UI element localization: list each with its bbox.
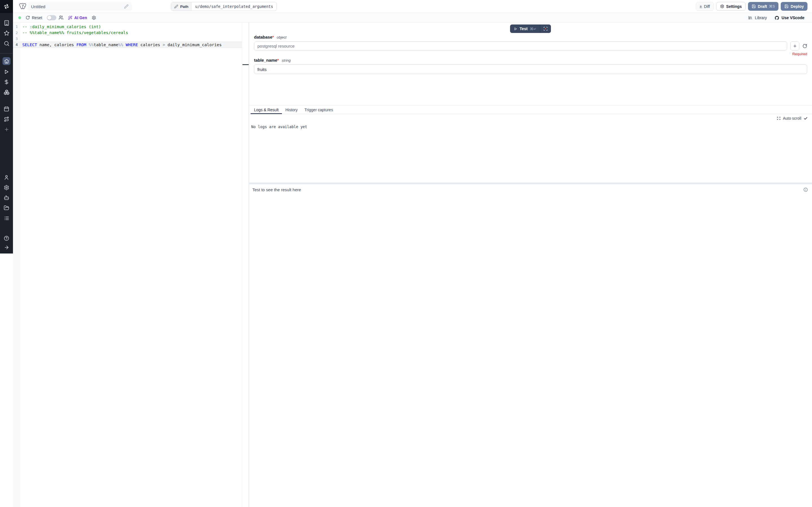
editor-toolbar: Reset AI Gen Library Use VScode bbox=[13, 13, 406, 22]
sidebar-item-variables[interactable] bbox=[0, 78, 13, 86]
sidebar-item-runs[interactable] bbox=[0, 68, 13, 75]
star-icon bbox=[4, 30, 10, 36]
panel-splitter[interactable] bbox=[249, 182, 406, 184]
boxes-icon bbox=[4, 89, 10, 95]
required-asterisk: * bbox=[272, 35, 274, 40]
search-icon bbox=[4, 41, 10, 47]
help-icon bbox=[4, 235, 9, 241]
line-number: 4 bbox=[13, 43, 20, 47]
result-placeholder-text: Test to see the result here bbox=[252, 187, 301, 192]
path-value: u/demo/safe_interpolated_arguments bbox=[192, 2, 276, 11]
sidebar-item-users[interactable] bbox=[0, 174, 13, 181]
user-icon bbox=[4, 175, 9, 180]
arguments-form: database* object Required table_name* st… bbox=[254, 35, 406, 74]
ai-gen-label: AI Gen bbox=[74, 15, 87, 20]
line-number: 1 bbox=[13, 24, 20, 29]
line-number: 3 bbox=[13, 37, 20, 41]
code-lines[interactable]: 1-- :daily_minimum_calories (int)2-- %%t… bbox=[13, 24, 242, 48]
windmill-logo-icon bbox=[3, 3, 10, 10]
script-name: Untitled bbox=[31, 4, 124, 9]
sidebar bbox=[0, 0, 13, 253]
path-label-segment: Path bbox=[171, 2, 192, 11]
code-line[interactable]: 3 bbox=[13, 36, 242, 42]
tab-logs-result[interactable]: Logs & Result bbox=[251, 106, 282, 114]
home-icon bbox=[4, 59, 9, 64]
sidebar-item-search[interactable] bbox=[0, 40, 13, 47]
pencil-icon bbox=[174, 4, 178, 8]
postgresql-elephant-icon bbox=[19, 3, 27, 10]
editor-settings-button[interactable] bbox=[92, 15, 96, 20]
sidebar-item-workers[interactable] bbox=[0, 194, 13, 201]
multiplayer-button[interactable] bbox=[59, 15, 63, 20]
sidebar-item-settings[interactable] bbox=[0, 184, 13, 191]
panel-tabs: Logs & Result History Trigger captures bbox=[249, 105, 406, 114]
sidebar-item-home[interactable] bbox=[3, 57, 10, 65]
tab-history[interactable]: History bbox=[282, 106, 301, 114]
gear-icon bbox=[92, 15, 96, 20]
folder-open-icon bbox=[4, 205, 9, 211]
path-pill[interactable]: Path u/demo/safe_interpolated_arguments bbox=[171, 2, 277, 11]
sidebar-item-add[interactable] bbox=[0, 126, 13, 133]
route-icon bbox=[4, 116, 9, 122]
reset-label: Reset bbox=[32, 15, 42, 20]
logs-empty-text: No logs are available yet bbox=[251, 125, 307, 129]
sidebar-item-help[interactable] bbox=[0, 235, 13, 242]
list-icon bbox=[4, 216, 9, 221]
gear-icon bbox=[4, 185, 9, 190]
code-editor[interactable]: 1-- :daily_minimum_calories (int)2-- %%t… bbox=[13, 22, 249, 253]
code-line[interactable]: 1-- :daily_minimum_calories (int) bbox=[13, 24, 242, 30]
sidebar-item-resources[interactable] bbox=[0, 89, 13, 96]
code-text: -- %%table_name%% fruits/vegetables/cere… bbox=[20, 31, 128, 35]
sidebar-item-folders[interactable] bbox=[0, 205, 13, 211]
sidebar-item-routes[interactable] bbox=[0, 116, 13, 122]
script-name-input[interactable]: Untitled bbox=[28, 2, 132, 11]
required-note: Required bbox=[254, 52, 406, 56]
code-text: SELECT name, calories FROM %%table_name%… bbox=[20, 43, 221, 47]
sidebar-collapse-toggle[interactable] bbox=[0, 244, 13, 251]
editor-gutter bbox=[13, 22, 20, 253]
field-database-type: object bbox=[277, 35, 287, 40]
building-icon bbox=[4, 20, 10, 26]
play-icon bbox=[4, 69, 9, 75]
field-table-name-type: string bbox=[282, 58, 291, 62]
required-asterisk: * bbox=[277, 58, 279, 62]
line-number: 2 bbox=[13, 31, 20, 35]
plus-icon bbox=[4, 127, 9, 132]
sidebar-item-audit-logs[interactable] bbox=[0, 215, 13, 222]
ai-gen-button[interactable]: AI Gen bbox=[68, 15, 87, 20]
collab-toggle[interactable] bbox=[47, 15, 56, 20]
dollar-icon bbox=[4, 79, 9, 85]
editor-overview-ruler[interactable] bbox=[242, 22, 249, 253]
tab-trigger-captures[interactable]: Trigger captures bbox=[301, 106, 336, 114]
field-database-label: database bbox=[254, 35, 272, 40]
code-text: -- :daily_minimum_calories (int) bbox=[20, 24, 101, 29]
sidebar-item-favorites[interactable] bbox=[0, 30, 13, 36]
windmill-logo[interactable] bbox=[0, 0, 13, 13]
cursor-position-mark bbox=[243, 64, 249, 65]
code-line[interactable]: 4SELECT name, calories FROM %%table_name… bbox=[13, 42, 242, 48]
users-icon bbox=[59, 15, 63, 20]
table-name-input[interactable] bbox=[254, 64, 406, 74]
code-line[interactable]: 2-- %%table_name%% fruits/vegetables/cer… bbox=[13, 30, 242, 36]
status-green-dot bbox=[18, 16, 21, 19]
robot-icon bbox=[4, 195, 9, 201]
database-input[interactable] bbox=[254, 41, 406, 50]
wand-icon bbox=[68, 15, 72, 20]
calendar-icon bbox=[4, 106, 9, 112]
sidebar-item-workspace[interactable] bbox=[0, 19, 13, 26]
topbar: Untitled Path u/demo/safe_interpolated_a… bbox=[13, 0, 406, 13]
path-label: Path bbox=[180, 4, 188, 9]
sidebar-item-schedules[interactable] bbox=[0, 106, 13, 112]
sidebar-divider bbox=[0, 53, 13, 54]
toggle-knob bbox=[47, 16, 51, 20]
arrow-right-icon bbox=[4, 245, 9, 250]
reset-button[interactable]: Reset bbox=[26, 15, 42, 20]
refresh-icon bbox=[26, 15, 30, 20]
pencil-icon[interactable] bbox=[124, 4, 129, 9]
right-panel: Test ⌘↵ database* object Required bbox=[249, 22, 406, 253]
field-table-name-label: table_name bbox=[254, 58, 277, 62]
